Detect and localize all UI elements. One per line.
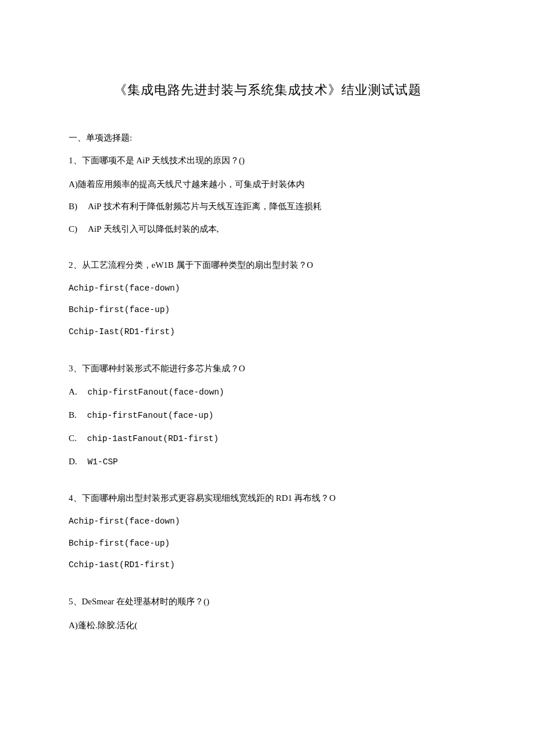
option-label: C) — [69, 223, 77, 236]
option-text: W1-CSP — [88, 457, 118, 467]
option-text: chip-firstFanout(face-down) — [88, 388, 224, 397]
option-a: Achip-first(face-down) — [69, 282, 466, 295]
option-c: C.chip-1astFanout(RD1-first) — [69, 432, 466, 446]
question-stem: 5、DeSmear 在处理基材时的顺序？() — [69, 595, 466, 608]
question-stem: 3、下面哪种封装形式不能进行多芯片集成？O — [69, 362, 466, 375]
option-b: B)AiP 技术有利于降低射频芯片与天线互连距离，降低互连损耗 — [69, 200, 466, 213]
question-block-4: 4、下面哪种扇出型封装形式更容易实现细线宽线距的 RD1 再布线？O Achip… — [69, 492, 466, 572]
question-stem: 4、下面哪种扇出型封装形式更容易实现细线宽线距的 RD1 再布线？O — [69, 492, 466, 505]
option-label: B. — [69, 409, 77, 422]
option-text: chip-1astFanout(RD1-first) — [87, 434, 219, 443]
option-c: Cchip-1ast(RD1-first) — [69, 559, 466, 572]
option-c: Cchip-Iast(RD1-first) — [69, 326, 466, 339]
page-title: 《集成电路先进封装与系统集成技术》结业测试试题 — [69, 81, 466, 99]
option-label: B) — [69, 200, 77, 213]
option-c: C)AiP 天线引入可以降低封装的成本, — [69, 223, 466, 236]
option-b: B.chip-firstFanout(face-up) — [69, 409, 466, 422]
question-block-5: 5、DeSmear 在处理基材时的顺序？() A)蓬松.除胶.活化( — [69, 595, 466, 632]
document-page: 《集成电路先进封装与系统集成技术》结业测试试题 一、单项选择题: 1、下面哪项不… — [0, 0, 535, 690]
section-header: 一、单项选择题: — [69, 132, 466, 144]
option-text: AiP 技术有利于降低射频芯片与天线互连距离，降低互连损耗 — [88, 202, 322, 211]
question-block-2: 2、从工艺流程分类，eW1B 属于下面哪种类型的扇出型封装？O Achip-fi… — [69, 259, 466, 339]
option-a: A)蓬松.除胶.活化( — [69, 619, 466, 632]
option-a: A.chip-firstFanout(face-down) — [69, 385, 466, 399]
option-d: D.W1-CSP — [69, 455, 466, 469]
question-block-1: 1、下面哪项不是 AiP 天线技术出现的原因？() A)随着应用频率的提高天线尺… — [69, 154, 466, 235]
option-b: Bchip-first(face-up) — [69, 538, 466, 550]
question-stem: 2、从工艺流程分类，eW1B 属于下面哪种类型的扇出型封装？O — [69, 259, 466, 272]
option-text: chip-firstFanout(face-up) — [87, 411, 214, 420]
question-block-3: 3、下面哪种封装形式不能进行多芯片集成？O A.chip-firstFanout… — [69, 362, 466, 469]
option-label: C. — [69, 432, 77, 445]
option-b: Bchip-first(face-up) — [69, 304, 466, 317]
option-a: Achip-first(face-down) — [69, 515, 466, 528]
option-text: AiP 天线引入可以降低封装的成本, — [88, 224, 219, 234]
question-stem: 1、下面哪项不是 AiP 天线技术出现的原因？() — [69, 154, 466, 167]
option-label: D. — [69, 455, 77, 468]
option-a: A)随着应用频率的提高天线尺寸越来越小，可集成于封装体内 — [69, 178, 466, 191]
option-label: A. — [69, 385, 77, 399]
